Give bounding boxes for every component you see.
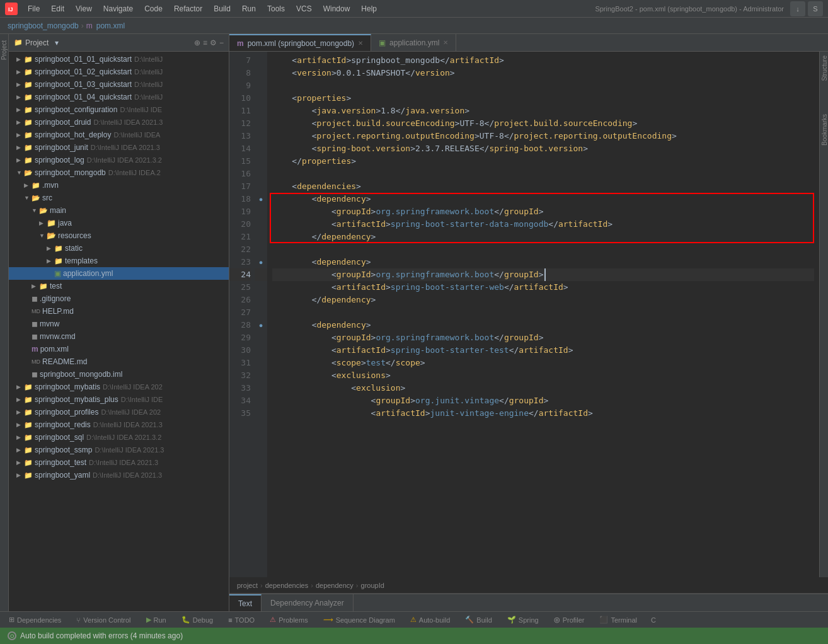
code-editor[interactable]: <artifactId>springboot_mongodb</artifact… bbox=[267, 52, 819, 577]
close-panel-icon[interactable]: − bbox=[219, 38, 224, 47]
tree-item-mvnw-cmd[interactable]: ▶ ◼ mvnw.cmd bbox=[9, 330, 229, 343]
status-todo[interactable]: ≡ TODO bbox=[224, 615, 258, 625]
status-spring[interactable]: 🌱 Spring bbox=[503, 614, 543, 625]
tree-item-redis[interactable]: ▶ 📁 springboot_redis D:\IntelliJ IDEA 20… bbox=[9, 418, 229, 431]
status-problems[interactable]: ⚠ Problems bbox=[266, 614, 311, 625]
tree-item-mybatis-plus[interactable]: ▶ 📁 springboot_mybatis_plus D:\IntelliJ … bbox=[9, 393, 229, 406]
path-project[interactable]: project bbox=[237, 582, 258, 589]
bottom-tab-text[interactable]: Text bbox=[229, 594, 262, 611]
menu-window[interactable]: Window bbox=[318, 3, 355, 14]
vcs-update-icon[interactable]: ↓ bbox=[790, 1, 805, 16]
code-line-25: <artifactId>spring-boot-starter-web</art… bbox=[272, 281, 814, 294]
tree-item-junit[interactable]: ▶ 📁 springboot_junit D:\IntelliJ IDEA 20… bbox=[9, 141, 229, 154]
tree-item-sql[interactable]: ▶ 📁 springboot_sql D:\IntelliJ IDEA 2021… bbox=[9, 431, 229, 444]
auto-build-icon: ⚠ bbox=[410, 616, 417, 624]
menu-help[interactable]: Help bbox=[356, 3, 382, 14]
path-dependencies[interactable]: dependencies bbox=[265, 582, 309, 589]
tree-item-resources[interactable]: ▼ 📂 resources bbox=[9, 229, 229, 242]
close-yaml-tab[interactable]: ✕ bbox=[443, 39, 448, 46]
spinner-icon: ○ bbox=[8, 631, 16, 640]
code-line-11: <java.version>1.8</java.version> bbox=[272, 105, 814, 117]
bottom-tabs-bar: Text Dependency Analyzer bbox=[229, 594, 828, 611]
tree-item-readme[interactable]: ▶ MD README.md bbox=[9, 355, 229, 368]
status-version-control[interactable]: ⑂ Version Control bbox=[72, 615, 134, 625]
tree-item-springboot-01-02[interactable]: ▶ 📁 springboot_01_02_quickstart D:\Intel… bbox=[9, 66, 229, 78]
status-auto-build[interactable]: ⚠ Auto-build bbox=[406, 614, 454, 625]
menu-file[interactable]: File bbox=[23, 3, 45, 14]
menu-vcs[interactable]: VCS bbox=[291, 3, 317, 14]
md-file-icon: MD bbox=[32, 308, 40, 314]
tree-item-yaml[interactable]: ▶ 📁 springboot_yaml D:\IntelliJ IDEA 202… bbox=[9, 469, 229, 481]
tree-item-profiles[interactable]: ▶ 📁 springboot_profiles D:\IntelliJ IDEA… bbox=[9, 406, 229, 418]
bottom-tab-dependency-analyzer[interactable]: Dependency Analyzer bbox=[262, 594, 354, 611]
tree-item-templates[interactable]: ▶ 📁 templates bbox=[9, 255, 229, 267]
path-dependency[interactable]: dependency bbox=[316, 582, 354, 589]
tree-item-test[interactable]: ▶ 📁 test bbox=[9, 280, 229, 292]
breadcrumb-project[interactable]: springboot_mongodb bbox=[8, 21, 79, 30]
status-run[interactable]: ▶ Run bbox=[142, 614, 170, 625]
menu-bar: IJ File Edit View Navigate Code Refactor… bbox=[0, 0, 828, 18]
status-dependencies[interactable]: ⊞ Dependencies bbox=[5, 614, 65, 625]
collapse-all-icon[interactable]: ≡ bbox=[203, 38, 207, 47]
tree-item-druid[interactable]: ▶ 📁 springboot_druid D:\IntelliJ IDEA 20… bbox=[9, 116, 229, 129]
tree-item-test-proj[interactable]: ▶ 📁 springboot_test D:\IntelliJ IDEA 202… bbox=[9, 456, 229, 469]
tree-item-application-yml[interactable]: ▶ ▣ application.yml bbox=[9, 267, 229, 280]
tree-item-springboot-01-04[interactable]: ▶ 📁 springboot_01_04_quickstart D:\Intel… bbox=[9, 91, 229, 103]
tree-item-pom-xml[interactable]: ▶ m pom.xml bbox=[9, 343, 229, 355]
folder-open-icon: 📂 bbox=[32, 194, 40, 202]
breadcrumb-file[interactable]: pom.xml bbox=[96, 21, 125, 30]
tree-item-mvnw[interactable]: ▶ ◼ mvnw bbox=[9, 318, 229, 330]
folder-icon: 📁 bbox=[54, 244, 63, 253]
menu-refactor[interactable]: Refactor bbox=[169, 3, 207, 14]
tree-item-log[interactable]: ▶ 📁 springboot_log D:\IntelliJ IDEA 2021… bbox=[9, 154, 229, 166]
bottom-status-bar: ○ Auto build completed with errors (4 mi… bbox=[0, 628, 828, 644]
tree-item-iml[interactable]: ▶ ◼ springboot_mongodb.iml bbox=[9, 368, 229, 381]
search-icon[interactable]: S bbox=[808, 1, 823, 16]
tree-item-hot-deploy[interactable]: ▶ 📁 springboot_hot_deploy D:\IntelliJ ID… bbox=[9, 129, 229, 141]
tree-item-gitignore[interactable]: ▶ ◼ .gitignore bbox=[9, 292, 229, 305]
menu-code[interactable]: Code bbox=[139, 3, 168, 14]
breakpoint-18[interactable]: ● bbox=[259, 195, 263, 203]
status-profiler[interactable]: ◎ Profiler bbox=[550, 614, 589, 625]
tree-item-src[interactable]: ▼ 📂 src bbox=[9, 192, 229, 204]
tree-item-java[interactable]: ▶ 📁 java bbox=[9, 217, 229, 229]
breakpoint-23[interactable]: ● bbox=[259, 258, 263, 266]
tree-item-help-md[interactable]: ▶ MD HELP.md bbox=[9, 305, 229, 318]
settings-icon[interactable]: ⚙ bbox=[210, 38, 217, 47]
menu-view[interactable]: View bbox=[71, 3, 97, 14]
status-sequence[interactable]: ⟿ Sequence Diagram bbox=[319, 614, 399, 625]
tree-item-ssmp[interactable]: ▶ 📁 springboot_ssmp D:\IntelliJ IDEA 202… bbox=[9, 444, 229, 456]
tree-item-configuration[interactable]: ▶ 📁 springboot_configuration D:\IntelliJ… bbox=[9, 103, 229, 116]
profiler-icon: ◎ bbox=[554, 616, 560, 624]
code-line-17: <dependencies> bbox=[272, 180, 814, 193]
code-line-22 bbox=[272, 243, 814, 256]
code-line-29: <groupId>org.springframework.boot</group… bbox=[272, 331, 814, 344]
menu-build[interactable]: Build bbox=[209, 3, 236, 14]
tree-item-mongodb[interactable]: ▼ 📂 springboot_mongodb D:\IntelliJ IDEA.… bbox=[9, 166, 229, 179]
status-build[interactable]: 🔨 Build bbox=[461, 614, 495, 625]
tab-pom-xml[interactable]: m pom.xml (springboot_mongodb) ✕ bbox=[229, 34, 371, 51]
code-line-12: <project.build.sourceEncoding>UTF-8</pro… bbox=[272, 117, 814, 130]
menu-navigate[interactable]: Navigate bbox=[98, 3, 138, 14]
path-groupid[interactable]: groupId bbox=[361, 582, 384, 589]
tree-item-mybatis[interactable]: ▶ 📁 springboot_mybatis D:\IntelliJ IDEA … bbox=[9, 381, 229, 393]
tree-item-static[interactable]: ▶ 📁 static bbox=[9, 242, 229, 255]
folder-icon: 📁 bbox=[24, 131, 33, 139]
menu-run[interactable]: Run bbox=[237, 3, 261, 14]
tree-item-main[interactable]: ▼ 📂 main bbox=[9, 204, 229, 217]
menu-edit[interactable]: Edit bbox=[46, 3, 69, 14]
menu-tools[interactable]: Tools bbox=[262, 3, 290, 14]
status-more[interactable]: C bbox=[651, 616, 656, 624]
side-tab-project[interactable]: Project bbox=[0, 37, 9, 64]
tree-item-springboot-01-01[interactable]: ▶ 📁 springboot_01_01_quickstart D:\Intel… bbox=[9, 53, 229, 66]
tree-item-mvn[interactable]: ▶ 📁 .mvn bbox=[9, 179, 229, 192]
breakpoint-28[interactable]: ● bbox=[259, 321, 263, 329]
locate-file-icon[interactable]: ⊕ bbox=[194, 38, 200, 47]
tab-application-yml[interactable]: ▣ application.yml ✕ bbox=[371, 34, 456, 51]
status-debug[interactable]: 🐛 Debug bbox=[178, 614, 217, 625]
tree-item-springboot-01-03[interactable]: ▶ 📁 springboot_01_03_quickstart D:\Intel… bbox=[9, 78, 229, 91]
close-pom-tab[interactable]: ✕ bbox=[358, 40, 363, 47]
status-terminal[interactable]: ⬛ Terminal bbox=[595, 614, 641, 625]
side-tab-bookmarks[interactable]: Bookmarks bbox=[820, 110, 828, 149]
side-tab-structure[interactable]: Structure bbox=[820, 52, 828, 85]
